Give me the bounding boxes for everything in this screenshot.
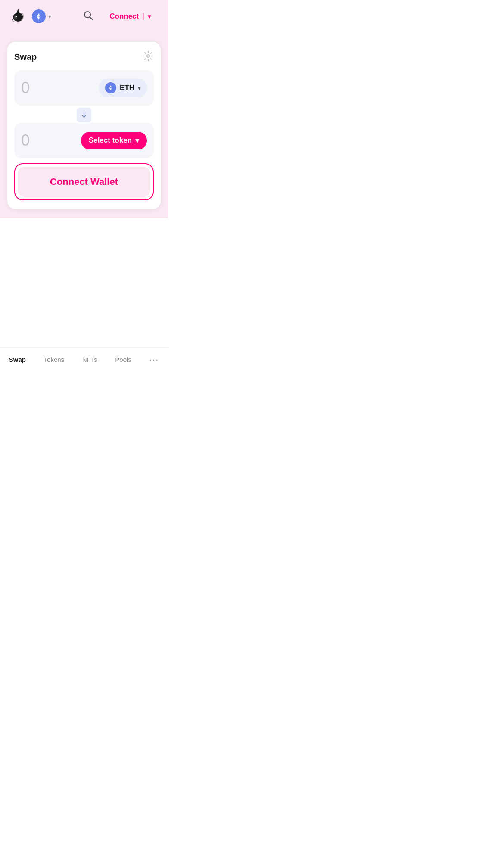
svg-point-13	[147, 55, 149, 57]
to-amount[interactable]: 0	[21, 131, 30, 149]
main-content: Swap 0 ETH	[0, 33, 168, 218]
header-left: ▾	[9, 6, 51, 27]
nav-item-more[interactable]: ···	[149, 355, 159, 364]
svg-marker-8	[37, 16, 39, 19]
to-token-box: 0 Select token ▾	[14, 123, 154, 158]
nav-item-pools[interactable]: Pools	[115, 356, 131, 363]
svg-marker-17	[109, 88, 111, 90]
from-token-chevron-icon: ▾	[138, 85, 141, 91]
header-right: Connect | ▾	[83, 8, 159, 25]
nav-item-swap[interactable]: Swap	[9, 356, 26, 363]
from-amount[interactable]: 0	[21, 79, 30, 97]
connect-chevron-icon: ▾	[148, 13, 151, 20]
svg-marker-15	[109, 85, 111, 88]
nav-swap-label: Swap	[9, 356, 26, 363]
swap-header: Swap	[14, 50, 154, 63]
select-token-button[interactable]: Select token ▾	[81, 132, 147, 149]
header: ▾ Connect | ▾	[0, 0, 168, 33]
svg-line-12	[90, 17, 93, 20]
network-selector[interactable]: ▾	[32, 9, 51, 23]
from-token-selector[interactable]: ETH ▾	[99, 79, 147, 97]
swap-card: Swap 0 ETH	[7, 41, 161, 209]
bottom-nav: Swap Tokens NFTs Pools ···	[0, 347, 168, 373]
nav-nfts-label: NFTs	[82, 356, 97, 363]
eth-token-icon	[105, 82, 116, 93]
swap-title: Swap	[14, 52, 37, 62]
swap-arrow-container	[14, 106, 154, 124]
nav-more-dots-icon: ···	[149, 355, 159, 364]
svg-marker-14	[111, 85, 112, 88]
network-chevron-icon: ▾	[48, 13, 51, 20]
connect-button[interactable]: Connect | ▾	[101, 8, 159, 25]
eth-badge	[32, 9, 46, 23]
select-token-label: Select token	[89, 136, 132, 145]
nav-tokens-label: Tokens	[44, 356, 65, 363]
svg-marker-7	[39, 16, 41, 19]
content-area	[0, 218, 168, 347]
nav-item-nfts[interactable]: NFTs	[82, 356, 97, 363]
from-token-box: 0 ETH ▾	[14, 70, 154, 106]
connect-wallet-area: Connect Wallet	[14, 163, 154, 200]
select-token-chevron-icon: ▾	[135, 136, 139, 145]
search-icon[interactable]	[83, 10, 94, 23]
swap-arrow-button[interactable]	[75, 106, 93, 124]
settings-icon[interactable]	[143, 50, 154, 63]
nav-item-tokens[interactable]: Tokens	[44, 356, 65, 363]
from-token-label: ETH	[120, 84, 134, 92]
connect-divider: |	[142, 12, 144, 21]
svg-marker-16	[111, 88, 112, 90]
svg-point-4	[16, 16, 17, 17]
nav-pools-label: Pools	[115, 356, 131, 363]
connect-label: Connect	[109, 12, 139, 21]
logo[interactable]	[9, 6, 28, 27]
connect-wallet-button[interactable]: Connect Wallet	[18, 167, 150, 197]
